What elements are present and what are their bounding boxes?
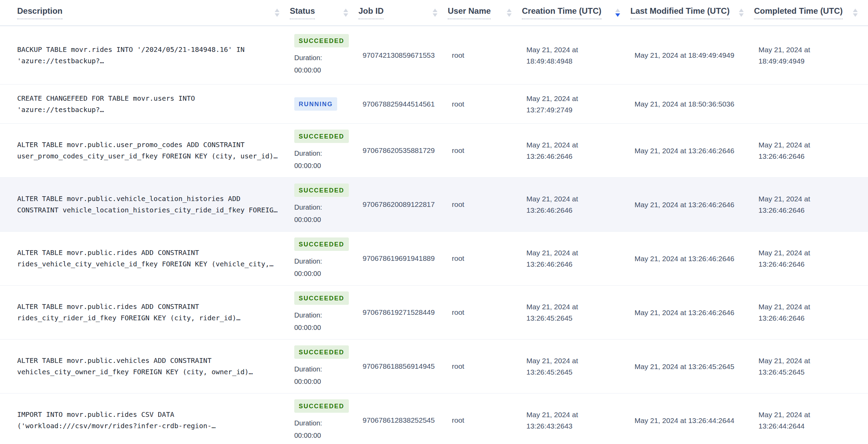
duration-block: Duration: 00:00:00 [294, 201, 322, 226]
duration-label: Duration: [294, 309, 322, 321]
job-status-cell: SUCCEEDED Duration: 00:00:00 [290, 286, 358, 339]
job-id-cell: 970678620089122817 [358, 178, 448, 231]
user-name-cell: root [448, 26, 522, 84]
creation-time-value: May 21, 2024 at 13:26:46:2646 [526, 139, 613, 162]
last-modified-time-cell: May 21, 2024 at 13:26:46:2646 [630, 124, 754, 177]
duration-block: Duration: 00:00:00 [294, 147, 322, 172]
last-modified-time-cell: May 21, 2024 at 13:26:46:2646 [630, 178, 754, 231]
job-description-cell: CREATE CHANGEFEED FOR TABLE movr.users I… [0, 85, 290, 123]
job-id-value: 970678825944514561 [363, 100, 435, 108]
table-row[interactable]: ALTER TABLE movr.public.vehicle_location… [0, 178, 868, 232]
last-modified-time-value: May 21, 2024 at 13:26:46:2646 [635, 253, 734, 264]
duration-block: Duration: 00:00:00 [294, 255, 322, 280]
job-description-cell: ALTER TABLE movr.public.vehicles ADD CON… [0, 340, 290, 393]
last-modified-time-value: May 21, 2024 at 18:49:49:4949 [635, 49, 734, 61]
last-modified-time-cell: May 21, 2024 at 13:26:46:2646 [630, 232, 754, 285]
duration-block: Duration: 00:00:00 [294, 52, 322, 76]
creation-time-cell: May 21, 2024 at 13:27:49:2749 [522, 85, 630, 123]
table-row[interactable]: IMPORT INTO movr.public.rides CSV DATA (… [0, 393, 868, 444]
duration-value: 00:00:00 [294, 159, 322, 172]
creation-time-cell: May 21, 2024 at 13:26:46:2646 [522, 124, 630, 177]
last-modified-time-cell: May 21, 2024 at 13:26:45:2645 [630, 340, 754, 393]
sort-icon[interactable] [433, 9, 437, 17]
completed-time-cell: May 21, 2024 at 18:49:49:4949 [754, 26, 868, 84]
creation-time-value: May 21, 2024 at 18:49:48:4948 [526, 44, 613, 67]
sort-icon[interactable] [275, 9, 279, 17]
user-name-value: root [452, 362, 464, 370]
creation-time-cell: May 21, 2024 at 13:26:45:2645 [522, 286, 630, 339]
job-id-value: 970742130859671553 [363, 51, 435, 59]
job-description-cell: ALTER TABLE movr.public.rides ADD CONSTR… [0, 232, 290, 285]
last-modified-time-value: May 21, 2024 at 13:26:46:2646 [635, 307, 734, 318]
duration-label: Duration: [294, 52, 322, 64]
job-description-link[interactable]: ALTER TABLE movr.public.vehicles ADD CON… [17, 355, 284, 378]
last-modified-time-value: May 21, 2024 at 13:26:46:2646 [635, 199, 734, 210]
column-header-user-name[interactable]: User Name [448, 6, 522, 19]
last-modified-time-cell: May 21, 2024 at 18:50:36:5036 [630, 85, 754, 123]
sort-icon[interactable] [739, 9, 744, 17]
table-row[interactable]: CREATE CHANGEFEED FOR TABLE movr.users I… [0, 85, 868, 124]
job-description-link[interactable]: CREATE CHANGEFEED FOR TABLE movr.users I… [17, 93, 284, 115]
duration-label: Duration: [294, 255, 322, 267]
column-label-last-modified-time: Last Modified Time (UTC) [630, 6, 730, 19]
completed-time-value: May 21, 2024 at 13:26:46:2646 [758, 247, 844, 270]
column-header-status[interactable]: Status [290, 6, 358, 19]
duration-block: Duration: 00:00:00 [294, 417, 322, 442]
job-status-cell: SUCCEEDED Duration: 00:00:00 [290, 26, 358, 84]
creation-time-cell: May 21, 2024 at 13:26:45:2645 [522, 340, 630, 393]
sort-icon[interactable] [507, 9, 512, 17]
column-header-description[interactable]: Description [0, 6, 290, 19]
sort-icon[interactable] [853, 9, 858, 17]
user-name-cell: root [448, 393, 522, 444]
job-description-link[interactable]: ALTER TABLE movr.public.vehicle_location… [17, 193, 284, 216]
job-description-link[interactable]: ALTER TABLE movr.public.user_promo_codes… [17, 139, 284, 162]
column-label-job-id: Job ID [358, 6, 384, 19]
column-header-job-id[interactable]: Job ID [358, 6, 448, 19]
sort-desc-arrow-icon [275, 13, 279, 17]
job-status-cell: SUCCEEDED Duration: 00:00:00 [290, 340, 358, 393]
sort-asc-arrow-icon [275, 9, 279, 12]
table-row[interactable]: ALTER TABLE movr.public.rides ADD CONSTR… [0, 286, 868, 340]
column-header-completed-time[interactable]: Completed Time (UTC) [754, 6, 868, 19]
last-modified-time-value: May 21, 2024 at 13:26:46:2646 [635, 145, 734, 156]
column-header-last-modified-time[interactable]: Last Modified Time (UTC) [630, 6, 754, 19]
user-name-cell: root [448, 340, 522, 393]
sort-asc-arrow-icon [433, 9, 437, 12]
job-id-cell: 970678618856914945 [358, 340, 448, 393]
sort-asc-arrow-icon [739, 9, 744, 12]
completed-time-cell: May 21, 2024 at 13:26:46:2646 [754, 178, 868, 231]
job-id-value: 970678618856914945 [363, 362, 435, 370]
user-name-cell: root [448, 85, 522, 123]
completed-time-cell: May 21, 2024 at 13:26:44:2644 [754, 393, 868, 444]
creation-time-cell: May 21, 2024 at 18:49:48:4948 [522, 26, 630, 84]
status-badge: SUCCEEDED [294, 399, 349, 413]
sort-icon[interactable] [615, 9, 620, 17]
job-description-link[interactable]: IMPORT INTO movr.public.rides CSV DATA (… [17, 409, 284, 432]
duration-value: 00:00:00 [294, 267, 322, 280]
job-description-link[interactable]: ALTER TABLE movr.public.rides ADD CONSTR… [17, 301, 284, 324]
sort-asc-arrow-icon [507, 9, 512, 12]
job-id-value: 970678612838252545 [363, 416, 435, 424]
completed-time-value: May 21, 2024 at 18:49:49:4949 [758, 44, 844, 67]
sort-icon[interactable] [343, 9, 348, 17]
last-modified-time-cell: May 21, 2024 at 18:49:49:4949 [630, 26, 754, 84]
table-row[interactable]: ALTER TABLE movr.public.vehicles ADD CON… [0, 340, 868, 393]
duration-value: 00:00:00 [294, 213, 322, 226]
last-modified-time-value: May 21, 2024 at 18:50:36:5036 [635, 98, 734, 110]
completed-time-value: May 21, 2024 at 13:26:46:2646 [758, 301, 844, 324]
column-header-creation-time[interactable]: Creation Time (UTC) [522, 6, 630, 19]
job-status-cell: SUCCEEDED Duration: 00:00:00 [290, 178, 358, 231]
user-name-value: root [452, 100, 464, 108]
sort-desc-arrow-icon [615, 13, 620, 17]
duration-label: Duration: [294, 147, 322, 159]
job-id-value: 970678619271528449 [363, 308, 435, 317]
status-badge: SUCCEEDED [294, 34, 349, 47]
job-description-link[interactable]: ALTER TABLE movr.public.rides ADD CONSTR… [17, 247, 284, 270]
job-description-cell: BACKUP TABLE movr.rides INTO '/2024/05/2… [0, 26, 290, 84]
table-row[interactable]: ALTER TABLE movr.public.rides ADD CONSTR… [0, 232, 868, 286]
job-description-link[interactable]: BACKUP TABLE movr.rides INTO '/2024/05/2… [17, 44, 284, 67]
table-row[interactable]: BACKUP TABLE movr.rides INTO '/2024/05/2… [0, 26, 868, 85]
job-description-cell: ALTER TABLE movr.public.user_promo_codes… [0, 124, 290, 177]
table-row[interactable]: ALTER TABLE movr.public.user_promo_codes… [0, 124, 868, 178]
last-modified-time-value: May 21, 2024 at 13:26:45:2645 [635, 361, 734, 372]
